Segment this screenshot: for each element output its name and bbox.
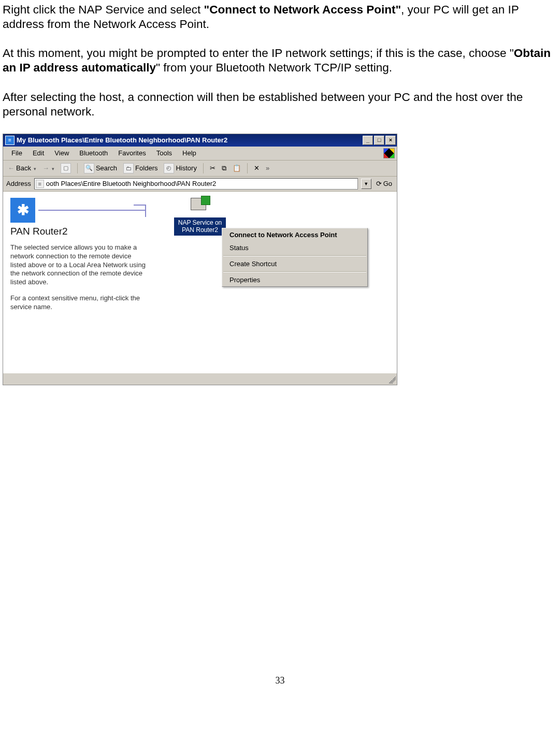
sidebar-description-2: For a context sensitive menu, right-clic… bbox=[10, 294, 146, 312]
back-button[interactable]: Back bbox=[6, 164, 38, 172]
titlebar[interactable]: ≡ My Bluetooth Places\Entire Bluetooth N… bbox=[3, 134, 397, 147]
menu-help[interactable]: Help bbox=[177, 148, 202, 158]
resize-grip[interactable] bbox=[389, 376, 396, 384]
go-button[interactable]: ⟳ Go bbox=[375, 179, 394, 188]
minimize-button[interactable]: _ bbox=[363, 136, 373, 145]
window-title: My Bluetooth Places\Entire Bluetooth Nei… bbox=[17, 136, 362, 144]
para2-post: " from your Bluetooth Network TCP/IP set… bbox=[156, 61, 392, 74]
close-button[interactable]: × bbox=[385, 136, 396, 145]
address-input[interactable]: ≡ ooth Places\Entire Bluetooth Neighborh… bbox=[34, 178, 358, 190]
paragraph-2: At this moment, you might be prompted to… bbox=[3, 46, 557, 75]
menu-view[interactable]: View bbox=[49, 148, 74, 158]
go-icon: ⟳ bbox=[376, 180, 382, 187]
go-label: Go bbox=[383, 180, 392, 187]
paragraph-3: After selecting the host, a connection w… bbox=[3, 90, 557, 119]
forward-button[interactable] bbox=[41, 164, 56, 172]
paste-button[interactable]: 📋 bbox=[231, 164, 242, 172]
maximize-button[interactable]: □ bbox=[374, 136, 384, 145]
folders-icon: 🗀 bbox=[123, 163, 134, 173]
search-label: Search bbox=[96, 164, 117, 172]
cut-button[interactable]: ✂ bbox=[208, 164, 217, 172]
up-folder-icon: ▢ bbox=[61, 163, 71, 173]
copy-icon: ⧉ bbox=[222, 164, 226, 172]
menu-file[interactable]: File bbox=[6, 148, 27, 158]
bluetooth-icon: ✱ bbox=[10, 198, 35, 223]
sidebar-title: PAN Router2 bbox=[10, 226, 146, 237]
nap-service-item[interactable]: NAP Service on PAN Router2 bbox=[174, 198, 226, 236]
toolbar-separator-3 bbox=[247, 163, 248, 173]
menubar: File Edit View Bluetooth Favorites Tools… bbox=[3, 147, 397, 161]
forward-dropdown-icon bbox=[51, 164, 54, 172]
menu-edit[interactable]: Edit bbox=[27, 148, 49, 158]
toolbar: Back ▢ 🔍 Search 🗀 Folders ◴ History bbox=[3, 161, 397, 177]
content-pane: ✱ PAN Router2 The selected service allow… bbox=[3, 192, 397, 373]
cut-icon: ✂ bbox=[210, 164, 216, 172]
menu-properties[interactable]: Properties bbox=[222, 273, 367, 286]
context-menu: Connect to Network Access Point Status C… bbox=[222, 228, 368, 287]
back-label: Back bbox=[16, 164, 31, 172]
status-bar bbox=[3, 373, 397, 385]
context-menu-separator-2 bbox=[223, 271, 366, 272]
address-icon: ≡ bbox=[36, 180, 44, 188]
address-dropdown-button[interactable]: ▼ bbox=[361, 179, 371, 189]
delete-button[interactable]: ✕ bbox=[252, 164, 261, 172]
para2-pre: At this moment, you might be prompted to… bbox=[3, 47, 514, 60]
menu-connect-nap[interactable]: Connect to Network Access Point bbox=[222, 228, 367, 241]
network-service-icon bbox=[189, 198, 211, 216]
menu-status[interactable]: Status bbox=[222, 241, 367, 254]
sidebar-description-1: The selected service allows you to make … bbox=[10, 243, 146, 287]
nap-service-label: NAP Service on PAN Router2 bbox=[174, 217, 226, 236]
history-icon: ◴ bbox=[164, 163, 174, 173]
info-sidebar: ✱ PAN Router2 The selected service allow… bbox=[3, 192, 153, 373]
window-icon: ≡ bbox=[5, 136, 15, 145]
paste-icon: 📋 bbox=[233, 164, 241, 172]
folder-view[interactable]: NAP Service on PAN Router2 Connect to Ne… bbox=[153, 192, 397, 373]
history-button[interactable]: ◴ History bbox=[162, 163, 198, 174]
toolbar-overflow-button[interactable] bbox=[264, 164, 271, 172]
history-label: History bbox=[176, 164, 196, 172]
back-dropdown-icon bbox=[33, 164, 36, 172]
decorative-line-icon bbox=[38, 210, 146, 211]
copy-button[interactable]: ⧉ bbox=[220, 164, 228, 173]
address-label: Address bbox=[6, 180, 31, 187]
document-body: Right click the NAP Service and select "… bbox=[3, 3, 557, 119]
folders-label: Folders bbox=[135, 164, 157, 172]
toolbar-separator bbox=[77, 163, 78, 173]
para1-bold: "Connect to Network Access Point" bbox=[204, 3, 401, 16]
menu-favorites[interactable]: Favorites bbox=[113, 148, 151, 158]
up-button[interactable]: ▢ bbox=[59, 163, 73, 174]
address-bar: Address ≡ ooth Places\Entire Bluetooth N… bbox=[3, 177, 397, 192]
para1-pre: Right click the NAP Service and select bbox=[3, 3, 204, 16]
page-number: 33 bbox=[3, 675, 557, 686]
search-icon: 🔍 bbox=[84, 163, 94, 173]
delete-icon: ✕ bbox=[254, 164, 260, 172]
forward-arrow-icon bbox=[42, 164, 49, 172]
windows-logo-icon bbox=[383, 148, 395, 158]
back-arrow-icon bbox=[8, 164, 15, 172]
menu-tools[interactable]: Tools bbox=[151, 148, 177, 158]
search-button[interactable]: 🔍 Search bbox=[82, 163, 119, 174]
folders-button[interactable]: 🗀 Folders bbox=[122, 163, 159, 174]
context-menu-separator bbox=[223, 255, 366, 256]
explorer-window: ≡ My Bluetooth Places\Entire Bluetooth N… bbox=[3, 134, 397, 385]
paragraph-1: Right click the NAP Service and select "… bbox=[3, 3, 557, 32]
menu-create-shortcut[interactable]: Create Shortcut bbox=[222, 257, 367, 270]
address-value: ooth Places\Entire Bluetooth Neighborhoo… bbox=[46, 180, 217, 187]
menu-bluetooth[interactable]: Bluetooth bbox=[74, 148, 113, 158]
toolbar-separator-2 bbox=[203, 163, 204, 173]
